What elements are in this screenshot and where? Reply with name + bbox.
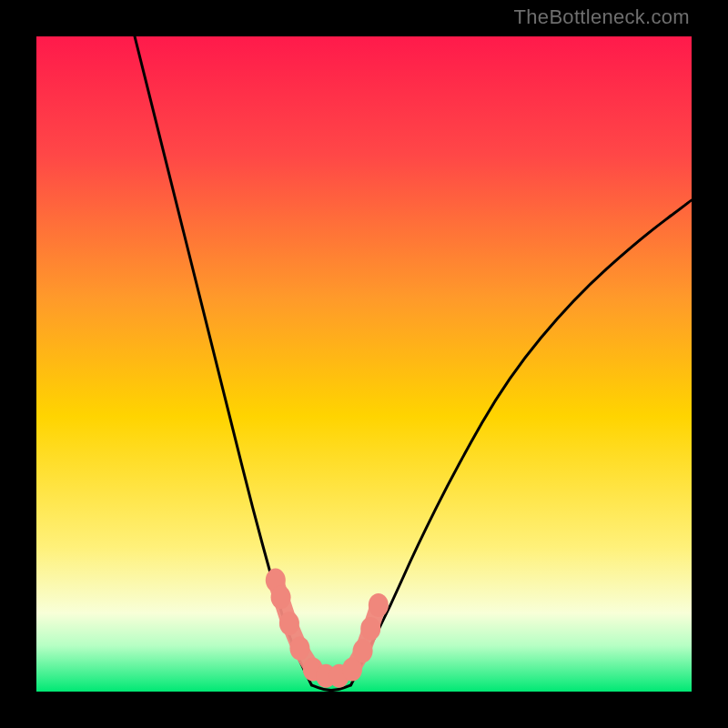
svg-point-2 [271, 585, 291, 609]
chart-container: TheBottleneck.com [0, 0, 728, 728]
svg-point-9 [353, 639, 373, 662]
watermark-text: TheBottleneck.com [514, 5, 690, 29]
curves-layer [36, 36, 692, 692]
svg-point-10 [360, 617, 380, 641]
svg-point-11 [369, 593, 389, 617]
svg-point-4 [289, 636, 309, 660]
plot-area [36, 36, 692, 692]
series-bead-cluster [266, 569, 389, 688]
svg-point-3 [279, 612, 299, 635]
series-right-curve [351, 200, 692, 685]
